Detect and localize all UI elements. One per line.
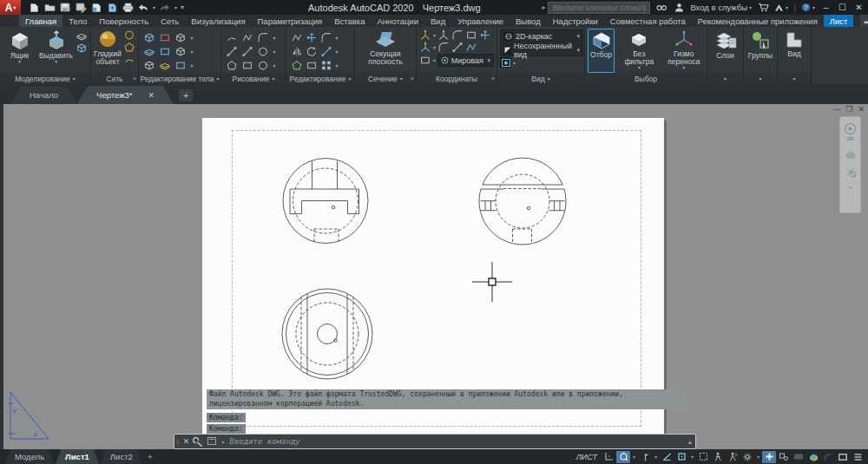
annotation-scale-caret-icon[interactable]: ▾	[755, 454, 761, 460]
box-button[interactable]: Ящик▾	[3, 29, 36, 73]
mesh-smooth-more-icon[interactable]	[123, 54, 135, 65]
ucs-z-icon[interactable]	[465, 42, 477, 53]
gizmo-button[interactable]: Гизмо переноса▾	[664, 29, 704, 73]
graphics-performance-icon[interactable]	[806, 451, 820, 463]
tab-surface[interactable]: Поверхность	[93, 15, 155, 27]
tab-collaborate[interactable]: Совместная работа	[604, 15, 692, 27]
ucs-icon[interactable]	[419, 29, 431, 41]
file-tab-drawing[interactable]: Чертеж3*✕	[77, 86, 174, 104]
tab-solid[interactable]: Тело	[62, 15, 93, 27]
panel-label-section[interactable]: Сечение▾»	[355, 73, 416, 84]
tab-home[interactable]: Главная	[19, 15, 62, 27]
panel-label-view[interactable]: Вид▾	[497, 73, 584, 84]
clean-screen-corner-icon[interactable]	[821, 451, 835, 463]
ribbon-display-options-button[interactable]: ▬▾	[860, 15, 868, 27]
maximize-button[interactable]: ☐	[837, 3, 848, 12]
array-icon[interactable]	[320, 60, 332, 71]
undo-dropdown-icon[interactable]: ▾	[153, 4, 155, 10]
tab-visualize[interactable]: Визуализация	[185, 15, 251, 27]
subtract-icon[interactable]	[159, 32, 171, 43]
zoom-orbit-icon[interactable]	[845, 166, 857, 178]
recent-commands-icon[interactable]	[207, 437, 218, 446]
annotation-scale-icon[interactable]	[740, 451, 754, 463]
ucs-dropdown[interactable]: Мировая▾	[437, 54, 494, 67]
drawing-viewport[interactable]: Y X — ❐ ✕ 2D ▾ Файл Autodesk DWG. Это фа…	[0, 104, 868, 449]
redo-dropdown-icon[interactable]: ▾	[174, 4, 177, 10]
tab-view[interactable]: Вид	[424, 15, 451, 27]
drawing-restore-icon[interactable]: ❐	[845, 105, 852, 114]
ucs-origin-icon[interactable]	[479, 29, 491, 41]
section-plane-button[interactable]: Секущая плоскость	[361, 29, 410, 73]
navigation-bar[interactable]: 2D ▾	[839, 116, 861, 213]
annotation-visibility-icon[interactable]	[711, 451, 725, 463]
help-icon[interactable]: ?▾	[801, 3, 815, 12]
ucs-x-icon[interactable]	[437, 42, 450, 53]
layout1-tab[interactable]: Лист1	[56, 449, 99, 464]
presspull-icon[interactable]	[76, 42, 88, 54]
osnap-caret-icon[interactable]: ▾	[689, 454, 695, 460]
redo-icon[interactable]	[159, 2, 171, 13]
panel-label-layers[interactable]: ▾	[707, 73, 743, 84]
polar-tracking-icon[interactable]	[638, 451, 652, 463]
selection-cycling-icon[interactable]	[696, 451, 710, 463]
tab-mesh[interactable]: Сеть	[155, 15, 185, 27]
intersect-icon[interactable]	[174, 32, 187, 43]
panel-label-draw[interactable]: Рисование▾	[221, 73, 286, 84]
mesh-refine-icon[interactable]	[123, 29, 135, 41]
ellipse-icon[interactable]	[257, 60, 269, 71]
polyline-icon[interactable]	[241, 32, 253, 43]
view-tools-button[interactable]: Вид	[780, 29, 808, 73]
groups-button[interactable]: Группы	[746, 29, 774, 73]
rotate-icon[interactable]	[306, 46, 318, 57]
isolate-objects-icon[interactable]	[777, 451, 791, 463]
customization-icon[interactable]	[851, 451, 865, 463]
command-input[interactable]	[227, 436, 685, 447]
slice-icon[interactable]	[143, 46, 155, 57]
filter-button[interactable]: Без фильтра▾	[620, 29, 659, 73]
tab-annotate[interactable]: Аннотации	[372, 15, 425, 27]
panel-label-coordinates[interactable]: Координаты»	[417, 73, 496, 84]
shell-icon[interactable]	[143, 60, 155, 71]
ucs-object-icon[interactable]	[465, 29, 477, 41]
thicken-icon[interactable]	[159, 46, 171, 57]
search-input[interactable]	[548, 2, 650, 14]
polar-caret-icon[interactable]: ▾	[653, 454, 659, 460]
layers-button[interactable]: Слои	[710, 29, 740, 73]
fillet-icon[interactable]	[320, 32, 332, 43]
open-folder-icon[interactable]	[43, 2, 56, 13]
tab-output[interactable]: Вывод	[510, 15, 547, 27]
mesh-crease-icon[interactable]	[123, 42, 135, 53]
layout2-tab[interactable]: Лист2	[101, 449, 142, 464]
mirror-icon[interactable]	[291, 46, 303, 57]
ucs-named-icon[interactable]	[419, 42, 431, 53]
app-menu-button[interactable]: A▾	[0, 0, 21, 15]
command-close-icon[interactable]: ✕	[180, 437, 192, 446]
measure-icon[interactable]	[291, 60, 303, 71]
new-layout-button[interactable]: +	[144, 452, 156, 461]
ucs-previous-icon[interactable]	[451, 29, 464, 41]
sign-in-button[interactable]: Вход в службы▾	[690, 3, 752, 12]
autoscale-icon[interactable]	[726, 451, 740, 463]
close-tab-icon[interactable]: ✕	[148, 91, 155, 100]
drawing-close-icon[interactable]: ✕	[858, 105, 865, 114]
extrude-button[interactable]: Выдавить▾	[38, 29, 74, 73]
save-as-icon[interactable]	[75, 2, 87, 13]
fullscreen-icon[interactable]	[836, 451, 850, 463]
circle-icon[interactable]	[257, 46, 269, 57]
close-button[interactable]: ✕	[853, 3, 865, 12]
panel-label-modeling[interactable]: Моделирование▾	[0, 73, 90, 84]
command-expand-icon[interactable]: ▲	[685, 439, 695, 445]
fillet-edge-icon[interactable]	[159, 60, 171, 71]
xline-icon[interactable]	[241, 46, 253, 57]
line-icon[interactable]	[226, 46, 238, 57]
search-expand-icon[interactable]: ▸	[542, 3, 545, 11]
tab-parametric[interactable]: Параметризация	[252, 15, 329, 27]
offset-icon[interactable]	[306, 60, 318, 71]
panel-label-selection[interactable]: Выбор	[585, 73, 707, 84]
ucs-y-icon[interactable]	[451, 42, 464, 53]
snap-caret-icon[interactable]: ▾	[631, 454, 637, 460]
app-store-cart-icon[interactable]	[757, 2, 769, 13]
panel-label-solid-editing[interactable]: Редактирование тела▾	[139, 73, 220, 84]
search-icon[interactable]	[655, 2, 667, 13]
union-icon[interactable]	[143, 32, 155, 43]
